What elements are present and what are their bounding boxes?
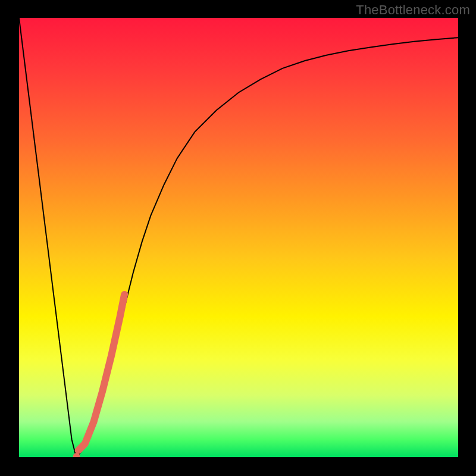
- series-highlighted-segment: [79, 295, 124, 450]
- plot-area: [19, 18, 458, 457]
- watermark-text: TheBottleneck.com: [356, 2, 470, 18]
- series-bottleneck-curve: [19, 18, 458, 457]
- chart-frame: TheBottleneck.com: [0, 0, 476, 476]
- curve-svg: [19, 18, 458, 457]
